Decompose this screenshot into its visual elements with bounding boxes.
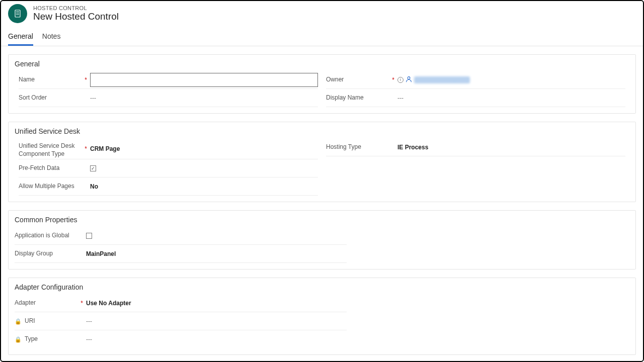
svg-rect-0	[15, 10, 20, 17]
entity-type-label: HOSTED CONTROL	[33, 5, 119, 11]
type-label: 🔒 Type	[15, 335, 80, 343]
prefetch-checkbox[interactable]: ✓	[90, 165, 96, 171]
app-global-checkbox[interactable]	[86, 233, 92, 239]
required-marker: *	[84, 76, 90, 83]
display-name-label: Display Name	[326, 94, 391, 102]
display-group-label: Display Group	[15, 250, 80, 258]
section-common-title: Common Properties	[9, 211, 635, 227]
prefetch-label: Pre-Fetch Data	[19, 164, 84, 172]
owner-name: redacted username	[414, 76, 470, 83]
hosting-type-label: Hosting Type	[326, 143, 391, 151]
uri-value: ---	[86, 318, 347, 325]
uri-label: 🔒 URI	[15, 317, 80, 325]
name-input[interactable]	[90, 73, 318, 87]
info-icon: i	[397, 77, 404, 83]
entity-icon	[8, 4, 27, 23]
sort-order-value[interactable]: ---	[90, 95, 318, 102]
tab-notes[interactable]: Notes	[42, 32, 61, 46]
required-marker: *	[84, 145, 90, 152]
name-label: Name	[19, 76, 84, 84]
component-type-value[interactable]: CRM Page	[90, 145, 318, 152]
section-general-title: General	[9, 55, 635, 71]
adapter-value[interactable]: Use No Adapter	[86, 300, 347, 307]
person-icon	[406, 76, 412, 84]
section-usd: Unified Service Desk Unified Service Des…	[8, 122, 636, 202]
required-marker: *	[391, 76, 397, 83]
display-group-value[interactable]: MainPanel	[86, 250, 347, 257]
section-adapter: Adapter Configuration Adapter * Use No A…	[8, 278, 636, 355]
multi-pages-value[interactable]: No	[90, 183, 318, 190]
section-adapter-title: Adapter Configuration	[9, 278, 635, 294]
owner-label: Owner	[326, 76, 391, 84]
multi-pages-label: Allow Multiple Pages	[19, 183, 84, 191]
type-value: ---	[86, 336, 347, 343]
page-header: HOSTED CONTROL New Hosted Control	[1, 1, 643, 25]
section-usd-title: Unified Service Desk	[9, 122, 635, 138]
adapter-label: Adapter	[15, 299, 80, 307]
type-label-text: Type	[25, 335, 38, 343]
component-type-label: Unified Service Desk Component Type	[19, 139, 84, 158]
app-global-label: Application is Global	[15, 232, 80, 240]
hosting-type-value[interactable]: IE Process	[397, 144, 625, 151]
header-text: HOSTED CONTROL New Hosted Control	[33, 5, 119, 23]
display-name-value[interactable]: ---	[397, 95, 625, 102]
tab-general[interactable]: General	[8, 32, 33, 46]
section-general: General Name * Sort Order ---	[8, 54, 636, 114]
lock-icon: 🔒	[15, 318, 22, 325]
svg-point-4	[408, 76, 410, 79]
owner-value[interactable]: i redacted username	[397, 76, 470, 84]
form-tabs: General Notes	[1, 25, 643, 46]
hosted-control-icon	[14, 10, 22, 18]
sort-order-label: Sort Order	[19, 94, 84, 102]
section-common: Common Properties Application is Global …	[8, 210, 636, 269]
required-marker: *	[80, 300, 86, 307]
form-content: General Name * Sort Order ---	[1, 46, 643, 355]
lock-icon: 🔒	[15, 336, 22, 343]
page-title: New Hosted Control	[33, 11, 119, 23]
uri-label-text: URI	[25, 317, 35, 325]
